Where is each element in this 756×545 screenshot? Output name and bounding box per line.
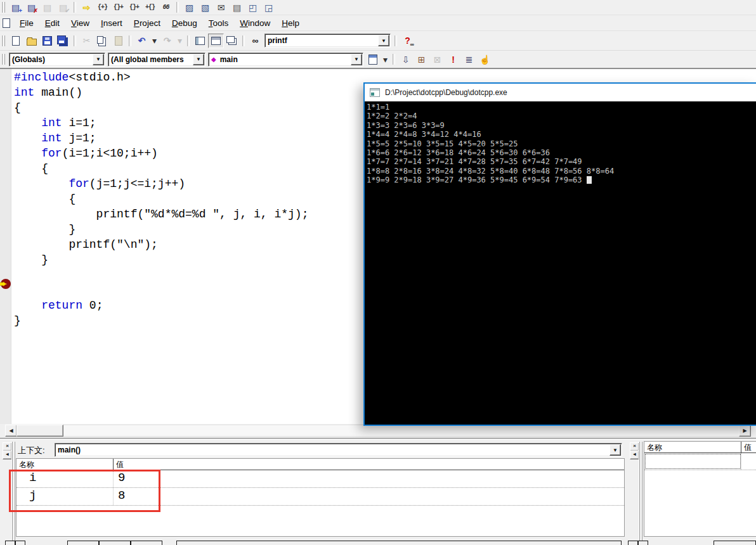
find-in-files-icon[interactable]: ∞: [247, 34, 263, 48]
variables-hscrollbar[interactable]: [176, 541, 622, 545]
wizard-dropdown-icon[interactable]: ▾: [381, 52, 390, 67]
table-row[interactable]: j8: [16, 488, 624, 506]
collapse-icon[interactable]: ◂: [3, 451, 12, 459]
menu-window[interactable]: Window: [234, 16, 276, 30]
find-window-icon[interactable]: ◲: [261, 0, 277, 15]
list-members-icon[interactable]: ▤: [39, 0, 55, 15]
function-combo[interactable]: ◆main▼: [208, 53, 363, 67]
menu-view[interactable]: View: [65, 16, 95, 30]
code-line: {: [14, 161, 308, 176]
watch-table[interactable]: 名称值: [644, 441, 756, 537]
edit-image-icon[interactable]: ▧: [197, 0, 213, 15]
members-combo-value: (All global members: [108, 55, 193, 64]
brace-select-icon[interactable]: {}+: [110, 0, 126, 15]
chevron-down-icon[interactable]: ▼: [193, 54, 204, 65]
chevron-down-icon[interactable]: ▼: [93, 54, 104, 65]
table-row[interactable]: [644, 453, 756, 470]
window-list-icon[interactable]: [224, 34, 240, 48]
menu-debug[interactable]: Debug: [166, 16, 203, 30]
wizard-actions-icon[interactable]: [365, 52, 381, 67]
undo-icon[interactable]: ↶: [134, 34, 150, 48]
save-all-icon[interactable]: [55, 34, 71, 48]
menu-edit[interactable]: Edit: [39, 16, 65, 30]
breakpoint-hand-icon[interactable]: ☝: [477, 52, 493, 67]
new-file-icon[interactable]: [8, 34, 23, 48]
tab-scroll-right-icon[interactable]: [638, 541, 648, 545]
document-icon[interactable]: [3, 18, 10, 28]
console-window[interactable]: D:\Project\dotcpp\Debug\dotcpp.exe 1*1=1…: [363, 82, 756, 426]
close-icon[interactable]: ×: [3, 442, 12, 451]
undo-dropdown-icon[interactable]: ▾: [150, 34, 159, 48]
execute-program-icon[interactable]: !: [445, 52, 461, 67]
paste-icon[interactable]: [110, 34, 126, 48]
globals-combo[interactable]: (Globals)▼: [9, 53, 105, 67]
breakpoint-current-statement-icon[interactable]: ➨: [1, 279, 11, 289]
brace-next-icon[interactable]: {}+: [126, 0, 142, 15]
tab-this[interactable]: [131, 541, 162, 545]
build-icon[interactable]: ⊞: [414, 52, 429, 67]
watch-hscrollbar[interactable]: [714, 541, 756, 545]
redo-icon[interactable]: ↷: [159, 34, 175, 48]
open-file-icon[interactable]: [23, 34, 39, 48]
tab-scroll-right-icon[interactable]: [15, 541, 25, 545]
tab-scroll-left-icon[interactable]: [5, 541, 15, 545]
scrollbar-track[interactable]: [5, 425, 751, 437]
find-image-icon[interactable]: ▨: [181, 0, 197, 15]
editor-margin[interactable]: [0, 69, 11, 424]
code-line: int i=1;: [14, 115, 308, 131]
menu-help[interactable]: Help: [276, 16, 305, 30]
redo-dropdown-icon[interactable]: ▾: [175, 34, 185, 48]
add-watch-icon[interactable]: ▤+: [8, 0, 23, 15]
brace-previous-icon[interactable]: +{}: [142, 0, 158, 15]
compile-icon[interactable]: ⇩: [398, 52, 414, 67]
save-icon[interactable]: [39, 34, 55, 48]
stop-build-icon[interactable]: ⊠: [429, 52, 445, 67]
chevron-down-icon[interactable]: ▼: [351, 54, 362, 65]
build-order-icon[interactable]: ≣: [461, 52, 477, 67]
find-combo[interactable]: printf▼: [264, 34, 391, 48]
toolbar-grip[interactable]: [1, 2, 6, 13]
members-combo[interactable]: (All global members▼: [108, 53, 205, 67]
console-titlebar[interactable]: D:\Project\dotcpp\Debug\dotcpp.exe: [365, 84, 756, 101]
output-window-icon[interactable]: [208, 34, 224, 48]
menu-project[interactable]: Project: [128, 16, 166, 30]
column-name[interactable]: 名称: [16, 459, 114, 470]
variables-table[interactable]: 名称值i9j8: [16, 458, 625, 537]
records-icon[interactable]: ▤: [229, 0, 245, 15]
context-combo[interactable]: main() ▼: [55, 443, 622, 457]
clear-bookmarks-icon[interactable]: ▤✗: [23, 0, 39, 15]
panel-grip[interactable]: [639, 442, 642, 542]
scroll-right-icon[interactable]: ▶: [739, 425, 751, 437]
tab-auto[interactable]: [67, 541, 99, 545]
editor-horizontal-scrollbar[interactable]: ◀ ▶: [0, 424, 756, 437]
workspace-window-icon[interactable]: [192, 34, 208, 48]
copy-icon[interactable]: [94, 34, 110, 48]
mail-icon[interactable]: ✉: [213, 0, 229, 15]
column-value[interactable]: 值: [741, 442, 752, 452]
collapse-icon[interactable]: ◂: [630, 451, 639, 459]
parameter-info-icon[interactable]: ▤✔: [55, 0, 71, 15]
column-name[interactable]: 名称: [644, 442, 741, 452]
toolbar-grip[interactable]: [1, 35, 6, 46]
table-row[interactable]: i9: [16, 470, 624, 488]
toolbar-grip[interactable]: [1, 54, 6, 65]
menu-tools[interactable]: Tools: [203, 16, 235, 30]
menu-file[interactable]: File: [14, 16, 39, 30]
cut-icon[interactable]: ✂: [79, 34, 94, 48]
tab-scroll-left-icon[interactable]: [628, 541, 638, 545]
next-statement-icon[interactable]: ⇨: [79, 0, 94, 15]
panel-grip[interactable]: [11, 442, 15, 542]
scrollbar-thumb[interactable]: [16, 425, 63, 437]
column-value[interactable]: 值: [114, 459, 124, 470]
tab-locals[interactable]: [99, 541, 131, 545]
menu-insert[interactable]: Insert: [95, 16, 128, 30]
chevron-down-icon[interactable]: ▼: [378, 35, 389, 46]
scroll-left-icon[interactable]: ◀: [5, 425, 17, 437]
close-icon[interactable]: ×: [630, 442, 639, 451]
chevron-down-icon[interactable]: ▼: [609, 444, 621, 456]
brace-match-icon[interactable]: {+}: [94, 0, 110, 15]
code-area[interactable]: #include<stdio.h>int main(){ int i=1; in…: [14, 70, 308, 328]
cascade-windows-icon[interactable]: ◰: [245, 0, 261, 15]
glasses-icon[interactable]: 66: [158, 0, 174, 15]
search-help-icon[interactable]: ?∞: [400, 34, 415, 48]
